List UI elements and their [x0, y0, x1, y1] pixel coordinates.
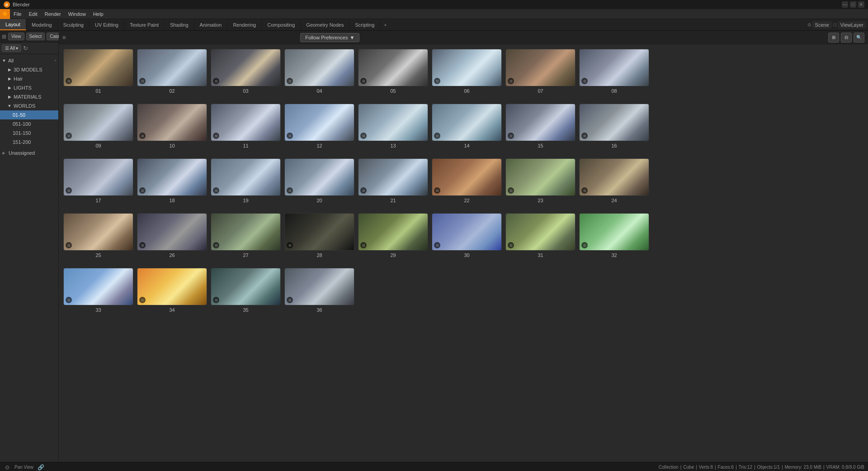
search-button[interactable]: 🔍	[854, 33, 864, 43]
new-catalog-icon[interactable]: +	[54, 58, 57, 63]
thumbnail-image: ⊙	[284, 158, 354, 196]
list-item[interactable]: ⊙ 07	[505, 49, 576, 94]
list-item[interactable]: ⊙ 17	[63, 158, 133, 203]
thumbnail-label: 20	[316, 198, 322, 203]
scene-selector[interactable]: Scene	[812, 21, 832, 29]
tree-item-hair[interactable]: ▶ Hair	[0, 74, 58, 83]
thumbnail-label: 36	[316, 307, 322, 313]
maximize-button[interactable]: □	[850, 1, 856, 8]
viewlayer-selector[interactable]: ViewLayer	[838, 21, 866, 29]
tree-item-151-200[interactable]: 151-200	[0, 138, 58, 147]
asset-type-icon: ⊙	[66, 133, 72, 139]
thumbnail-label: 31	[538, 252, 543, 258]
refresh-icon[interactable]: ↻	[23, 45, 28, 52]
tab-animation[interactable]: Animation	[194, 19, 228, 30]
keyframe-icon[interactable]: ⊙	[4, 464, 11, 471]
list-item[interactable]: ⊙ 06	[432, 49, 502, 94]
tree-item-unassigned[interactable]: ◈ Unassigned	[0, 148, 58, 157]
asset-type-icon: ⊙	[287, 187, 293, 194]
tab-shading[interactable]: Shading	[165, 19, 194, 30]
tab-add-button[interactable]: +	[380, 19, 390, 30]
tree-item-3dmodels[interactable]: ▶ 3D MODELS	[0, 65, 58, 74]
list-item[interactable]: ⊙ 30	[432, 213, 502, 258]
list-item[interactable]: ⊙ 26	[137, 213, 207, 258]
list-item[interactable]: ⊙ 20	[284, 158, 354, 203]
menu-edit[interactable]: Edit	[25, 9, 41, 19]
list-item[interactable]: ⊙ 33	[63, 268, 133, 313]
list-item[interactable]: ⊙ 32	[579, 213, 649, 258]
list-item[interactable]: ⊙ 18	[137, 158, 207, 203]
tree-item-materials[interactable]: ▶ MATERIALS	[0, 92, 58, 101]
menu-render[interactable]: Render	[41, 9, 65, 19]
title-bar-left: B Blender	[4, 1, 30, 8]
tab-layout[interactable]: Layout	[0, 19, 26, 30]
thumbnail-row: ⊙ 25 ⊙ 26 ⊙ 27 ⊙ 28 ⊙ 29 ⊙	[63, 213, 863, 258]
menu-window[interactable]: Window	[65, 9, 90, 19]
tab-geometry-nodes[interactable]: Geometry Nodes	[301, 19, 349, 30]
tree-item-101-150[interactable]: 101-150	[0, 128, 58, 138]
list-item[interactable]: ⊙ 29	[358, 213, 428, 258]
tab-sculpting[interactable]: Sculpting	[58, 19, 90, 30]
list-item[interactable]: ⊙ 03	[211, 49, 281, 94]
arrow-icon: ▼	[7, 104, 12, 108]
tab-scripting[interactable]: Scripting	[349, 19, 380, 30]
tab-modeling[interactable]: Modeling	[26, 19, 58, 30]
list-item[interactable]: ⊙ 14	[432, 104, 502, 148]
asset-type-icon: ⊙	[66, 242, 72, 248]
thumbnail-grid: ⊙ 01 ⊙ 02 ⊙ 03 ⊙ 04 ⊙ 05 ⊙	[59, 44, 868, 462]
arrow-icon: ▶	[7, 86, 12, 90]
list-item[interactable]: ⊙ 12	[284, 104, 354, 148]
list-item[interactable]: ⊙ 19	[211, 158, 281, 203]
list-item[interactable]: ⊙ 28	[284, 213, 354, 258]
tree-item-051-100[interactable]: 051-100	[0, 119, 58, 128]
list-item[interactable]: ⊙ 24	[579, 158, 649, 203]
grid-spacer	[63, 260, 863, 268]
list-item[interactable]: ⊙ 10	[137, 104, 207, 148]
tree-item-lights[interactable]: ▶ LIGHTS	[0, 83, 58, 92]
grid-view-button[interactable]: ⊞	[828, 33, 839, 43]
list-item[interactable]: ⊙ 08	[579, 49, 649, 94]
list-item[interactable]: ⊙ 09	[63, 104, 133, 148]
list-item[interactable]: ⊙ 02	[137, 49, 207, 94]
list-item[interactable]: ⊙ 27	[211, 213, 281, 258]
tab-rendering[interactable]: Rendering	[227, 19, 262, 30]
snap-icon[interactable]: 🔗	[37, 464, 44, 471]
list-item[interactable]: ⊙ 01	[63, 49, 133, 94]
list-item[interactable]: ⊙ 25	[63, 213, 133, 258]
list-item[interactable]: ⊙ 23	[505, 158, 576, 203]
thumbnail-row: ⊙ 33 ⊙ 34 ⊙ 35 ⊙ 36	[63, 268, 863, 313]
list-item[interactable]: ⊙ 04	[284, 49, 354, 94]
select-button[interactable]: Select	[26, 33, 45, 40]
asset-type-icon: ⊙	[581, 187, 588, 194]
list-item[interactable]: ⊙ 15	[505, 104, 576, 148]
list-item[interactable]: ⊙ 35	[211, 268, 281, 313]
tree-item-01-50[interactable]: 01-50	[0, 110, 58, 119]
follow-preferences-button[interactable]: Follow Preferences ▼	[300, 33, 359, 42]
list-item[interactable]: ⊙ 36	[284, 268, 354, 313]
thumbnail-label: 18	[169, 198, 175, 203]
list-item[interactable]: ⊙ 21	[358, 158, 428, 203]
thumbnail-image: ⊙	[284, 268, 354, 305]
tree-item-worlds[interactable]: ▼ WORLDS	[0, 101, 58, 110]
list-item[interactable]: ⊙ 11	[211, 104, 281, 148]
thumbnail-label: 03	[243, 88, 248, 94]
list-item[interactable]: ⊙ 34	[137, 268, 207, 313]
menu-help[interactable]: Help	[90, 9, 107, 19]
thumbnail-image: ⊙	[579, 213, 649, 251]
list-item[interactable]: ⊙ 31	[505, 213, 576, 258]
list-item[interactable]: ⊙ 05	[358, 49, 428, 94]
type-filter[interactable]: ☰ All ▾	[2, 44, 21, 52]
list-item[interactable]: ⊙ 13	[358, 104, 428, 148]
list-item[interactable]: ⊙ 16	[579, 104, 649, 148]
tab-compositing[interactable]: Compositing	[262, 19, 301, 30]
list-item[interactable]: ⊙ 22	[432, 158, 502, 203]
filter-button[interactable]: ⊟	[841, 33, 852, 43]
minimize-button[interactable]: —	[842, 1, 848, 8]
close-button[interactable]: ✕	[858, 1, 864, 8]
view-button[interactable]: View	[8, 33, 24, 40]
menu-file[interactable]: File	[10, 9, 25, 19]
tab-texture-paint[interactable]: Texture Paint	[124, 19, 165, 30]
tree-item-all[interactable]: ▼ All +	[0, 56, 58, 65]
menu-bar: 🔶 File Edit Render Window Help	[0, 9, 868, 19]
tab-uv-editing[interactable]: UV Editing	[90, 19, 124, 30]
